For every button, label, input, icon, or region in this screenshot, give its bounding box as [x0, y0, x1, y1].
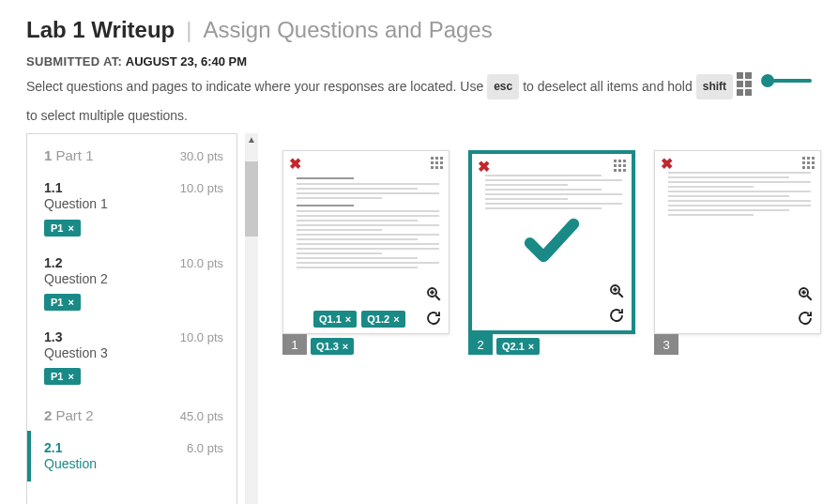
esc-key: esc: [487, 74, 519, 99]
remove-page-icon[interactable]: ✖: [478, 160, 490, 175]
rotate-icon[interactable]: [607, 306, 626, 325]
close-icon[interactable]: ×: [343, 341, 348, 352]
question-title: Question 2: [44, 270, 223, 287]
question-num: 1.2: [44, 255, 62, 270]
section-name: Part 2: [56, 407, 94, 423]
question-chip-q1-3[interactable]: Q1.3×: [311, 338, 354, 355]
svg-line-1: [435, 297, 440, 301]
question-title: Question 3: [44, 344, 223, 361]
thumbnail-size-controls: [737, 72, 812, 89]
pages-grid: ✖: [266, 133, 821, 504]
page-thumbnail: [668, 172, 811, 324]
page-number-badge: 3: [654, 334, 678, 355]
page-card-2[interactable]: ✖: [468, 150, 635, 334]
scroll-thumb[interactable]: [245, 161, 258, 237]
section-num: 1: [44, 147, 52, 163]
page-number-badge: 2: [468, 334, 493, 355]
close-icon[interactable]: ×: [68, 222, 73, 234]
question-1-2[interactable]: 1.2 10.0 pts Question 2 P1 ×: [27, 246, 236, 320]
assignment-title: Lab 1 Writeup: [26, 17, 175, 43]
question-pts: 10.0 pts: [180, 330, 223, 344]
section-name: Part 1: [56, 147, 94, 163]
page-card-3[interactable]: ✖: [654, 150, 821, 334]
svg-line-5: [618, 294, 623, 298]
zoom-icon[interactable]: [796, 284, 815, 303]
instr-text-3: to select multiple questions.: [26, 103, 188, 129]
question-num: 1.1: [44, 180, 62, 195]
thumbnail-size-slider[interactable]: [763, 79, 812, 83]
close-icon[interactable]: ×: [68, 297, 73, 308]
shift-key: shift: [696, 74, 733, 99]
question-1-3[interactable]: 1.3 10.0 pts Question 3 P1 ×: [27, 320, 236, 394]
section-pts: 30.0 pts: [180, 149, 223, 163]
question-num: 1.3: [44, 329, 62, 344]
close-icon[interactable]: ×: [528, 341, 534, 352]
svg-line-9: [807, 297, 812, 301]
rotate-icon[interactable]: [796, 309, 815, 328]
question-title: Question: [44, 455, 223, 472]
question-chip-q1-2[interactable]: Q1.2×: [361, 311, 404, 328]
submitted-label: SUBMITTED AT:: [26, 54, 122, 69]
scroll-up-arrow[interactable]: ▲: [245, 133, 258, 146]
page-tag-p1[interactable]: P1 ×: [44, 294, 81, 311]
checkmark-icon: [519, 207, 585, 277]
drag-handle-icon[interactable]: [614, 160, 626, 172]
close-icon[interactable]: ×: [393, 313, 399, 325]
page-card-1[interactable]: ✖: [282, 150, 449, 334]
instructions: Select questions and pages to indicate w…: [26, 74, 812, 128]
drag-handle-icon[interactable]: [431, 157, 443, 169]
remove-page-icon[interactable]: ✖: [661, 157, 673, 172]
section-num: 2: [44, 407, 52, 423]
rotate-icon[interactable]: [424, 309, 443, 328]
question-1-1[interactable]: 1.1 10.0 pts Question 1 P1 ×: [27, 171, 236, 245]
close-icon[interactable]: ×: [345, 313, 351, 325]
title-separator: |: [186, 17, 191, 43]
page-number-badge: 1: [282, 334, 307, 355]
page-tag-p1[interactable]: P1 ×: [44, 220, 81, 237]
submitted-row: SUBMITTED AT: AUGUST 23, 6:40 PM: [26, 54, 812, 69]
question-chip-q1-1[interactable]: Q1.1×: [313, 311, 357, 328]
zoom-icon[interactable]: [607, 282, 626, 300]
drag-handle-icon[interactable]: [802, 157, 815, 169]
question-num: 2.1: [44, 440, 62, 455]
question-chip-q2-1[interactable]: Q2.1×: [496, 338, 540, 355]
section-header-2[interactable]: 2 Part 2 45.0 pts: [27, 394, 236, 431]
question-2-1[interactable]: 2.1 6.0 pts Question: [27, 431, 236, 481]
outline-scrollbar[interactable]: ▲ ▼: [237, 133, 266, 504]
grid-icon[interactable]: [737, 72, 754, 89]
instr-text-2: to deselect all items and hold: [523, 74, 693, 99]
submitted-time: AUGUST 23, 6:40 PM: [126, 54, 247, 69]
page-subtitle: Assign Questions and Pages: [203, 17, 492, 43]
remove-page-icon[interactable]: ✖: [289, 157, 301, 172]
slider-thumb[interactable]: [761, 74, 774, 87]
instr-text-1: Select questions and pages to indicate w…: [26, 74, 483, 99]
section-pts: 45.0 pts: [180, 409, 223, 423]
zoom-icon[interactable]: [424, 284, 443, 303]
question-outline: 1 Part 1 30.0 pts 1.1 10.0 pts Question …: [26, 133, 237, 504]
page-thumbnail: [297, 172, 439, 324]
question-pts: 10.0 pts: [180, 256, 223, 270]
close-icon[interactable]: ×: [68, 371, 73, 382]
page-tag-p1[interactable]: P1 ×: [44, 368, 81, 385]
page-title-row: Lab 1 Writeup | Assign Questions and Pag…: [26, 17, 812, 43]
section-header-1[interactable]: 1 Part 1 30.0 pts: [27, 134, 236, 171]
question-title: Question 1: [44, 195, 223, 212]
question-pts: 6.0 pts: [187, 441, 223, 455]
question-pts: 10.0 pts: [180, 181, 223, 195]
